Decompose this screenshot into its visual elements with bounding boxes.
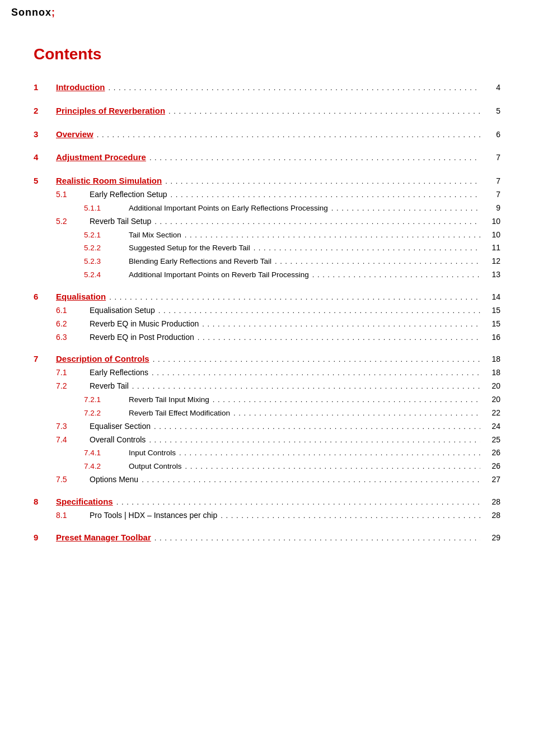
toc-num-5-2-4: 5.2.4 [84, 269, 129, 282]
toc-label-7-4-1: Input Controls [129, 447, 176, 460]
toc-page-5-2: 10 [484, 215, 500, 228]
toc-dots-7-2 [132, 380, 480, 393]
toc-dots-7-4-1 [179, 447, 480, 459]
toc-entry-1: 1 Introduction 4 [34, 80, 500, 95]
toc-num-6-1: 6.1 [56, 304, 90, 318]
toc-page-7-2-1: 20 [484, 393, 500, 407]
toc-num-6-3: 6.3 [56, 331, 90, 344]
toc-dots-9 [154, 532, 480, 544]
toc-page-7-1: 18 [484, 366, 500, 380]
toc-page-7-4-1: 26 [484, 446, 500, 460]
toc-num-2: 2 [34, 104, 56, 118]
toc-section-8: 8 Specifications 28 8.1 Pro Tools | HDX … [34, 494, 500, 522]
toc-section-3: 3 Overview 6 [34, 127, 500, 142]
toc-label-1: Introduction [56, 80, 105, 95]
toc-num-5-2-2: 5.2.2 [84, 242, 129, 255]
toc-label-7-5: Options Menu [90, 473, 138, 487]
toc-dots-5-2-1 [185, 229, 480, 241]
toc-num-7-1: 7.1 [56, 366, 90, 380]
toc-page-9: 29 [484, 531, 500, 545]
toc-dots-3 [97, 129, 480, 141]
toc-entry-8-1: 8.1 Pro Tools | HDX – Instances per chip… [34, 509, 500, 522]
toc-entry-7-4: 7.4 Overall Controls 25 [34, 433, 500, 447]
toc-entry-5: 5 Realistic Room Simulation 7 [34, 174, 500, 188]
toc-num-6-2: 6.2 [56, 318, 90, 331]
toc-page-6-1: 15 [484, 304, 500, 318]
toc-page-7-4: 25 [484, 433, 500, 447]
toc-entry-5-2-2: 5.2.2 Suggested Setup for the Reverb Tai… [34, 241, 500, 255]
toc-label-6-3: Reverb EQ in Post Production [90, 331, 194, 344]
toc-entry-5-1-1: 5.1.1 Additional Important Points on Ear… [34, 202, 500, 215]
toc-num-7-5: 7.5 [56, 473, 90, 487]
toc-dots-5-2-2 [254, 242, 480, 254]
toc-entry-6: 6 Equalisation 14 [34, 290, 500, 304]
toc-entry-5-2-1: 5.2.1 Tail Mix Section 10 [34, 228, 500, 242]
toc-page-5-2-1: 10 [484, 228, 500, 242]
toc-page-1: 4 [484, 81, 500, 95]
toc-label-8-1: Pro Tools | HDX – Instances per chip [90, 509, 217, 522]
toc-label-2: Principles of Reverberation [56, 104, 165, 118]
toc-dots-7-3 [154, 421, 480, 433]
toc-label-6-1: Equalisation Setup [90, 304, 155, 318]
toc-dots-5-1-1 [331, 202, 480, 214]
toc-entry-7-4-2: 7.4.2 Output Controls 26 [34, 460, 500, 473]
toc-label-7-3: Equaliser Section [90, 420, 151, 433]
toc-label-8: Specifications [56, 494, 113, 509]
toc-section-7: 7 Description of Controls 18 7.1 Early R… [34, 352, 500, 487]
toc-page-6: 14 [484, 291, 500, 304]
toc-entry-5-2-4: 5.2.4 Additional Important Points on Rev… [34, 268, 500, 282]
toc-dots-4 [149, 152, 480, 164]
toc-entry-5-1: 5.1 Early Reflection Setup 7 [34, 188, 500, 202]
toc-num-7-4-1: 7.4.1 [84, 447, 129, 460]
toc-dots-1 [108, 82, 480, 94]
main-content: Contents 1 Introduction 4 2 Principles o… [0, 23, 534, 575]
toc-label-7-4-2: Output Controls [129, 460, 182, 473]
toc-page-8-1: 28 [484, 509, 500, 522]
toc-dots-7 [153, 353, 480, 366]
toc-num-7-2-1: 7.2.1 [84, 394, 129, 407]
toc-entry-8: 8 Specifications 28 [34, 494, 500, 509]
toc-page-7-5: 27 [484, 473, 500, 487]
toc-label-6: Equalisation [56, 290, 106, 304]
toc-section-6: 6 Equalisation 14 6.1 Equalisation Setup… [34, 290, 500, 344]
toc-label-3: Overview [56, 127, 93, 142]
toc-num-7: 7 [34, 352, 56, 366]
toc-page-7: 18 [484, 353, 500, 366]
toc-entry-7-2: 7.2 Reverb Tail 20 [34, 380, 500, 393]
toc-dots-7-1 [152, 367, 480, 379]
toc-num-8-1: 8.1 [56, 509, 90, 522]
toc-page-7-2: 20 [484, 380, 500, 393]
toc-dots-7-4 [149, 434, 480, 446]
toc-dots-5-1 [171, 189, 480, 201]
toc-dots-7-4-2 [185, 460, 480, 473]
toc-label-7-2-1: Reverb Tail Input Mixing [129, 394, 209, 407]
toc-num-5: 5 [34, 174, 56, 188]
toc-page-7-4-2: 26 [484, 460, 500, 473]
toc-dots-5-2-4 [312, 269, 480, 281]
toc-section-1: 1 Introduction 4 [34, 80, 500, 95]
page-header: Sonnox; [0, 0, 534, 23]
logo: Sonnox; [11, 7, 55, 18]
toc-dots-2 [168, 105, 480, 118]
toc-dots-5-2-3 [275, 255, 480, 268]
toc-num-5-2-3: 5.2.3 [84, 255, 129, 268]
toc-num-7-3: 7.3 [56, 420, 90, 433]
toc-num-9: 9 [34, 530, 56, 545]
toc-label-5-2-1: Tail Mix Section [129, 229, 181, 242]
toc-label-7-2-2: Reverb Tail Effect Modification [129, 407, 230, 420]
toc-dots-8-1 [221, 510, 480, 522]
toc-entry-7: 7 Description of Controls 18 [34, 352, 500, 366]
toc-num-1: 1 [34, 80, 56, 95]
toc-entry-7-3: 7.3 Equaliser Section 24 [34, 420, 500, 433]
toc-section-9: 9 Preset Manager Toolbar 29 [34, 530, 500, 545]
toc-dots-6-2 [202, 318, 480, 330]
toc-label-7-1: Early Reflections [90, 366, 148, 380]
toc-page-2: 5 [484, 105, 500, 118]
toc-entry-5-2: 5.2 Reverb Tail Setup 10 [34, 215, 500, 228]
toc-entry-7-1: 7.1 Early Reflections 18 [34, 366, 500, 380]
toc-dots-7-5 [142, 474, 480, 486]
toc-entry-4: 4 Adjustment Procedure 7 [34, 150, 500, 165]
toc-dots-8 [116, 496, 480, 508]
toc-num-7-2: 7.2 [56, 380, 90, 393]
toc-section-5: 5 Realistic Room Simulation 7 5.1 Early … [34, 174, 500, 282]
